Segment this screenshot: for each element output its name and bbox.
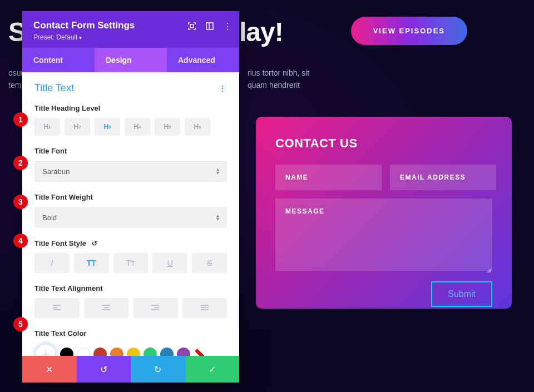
section-menu-icon[interactable]: ⋮ [219,84,227,93]
color-white[interactable] [77,348,90,356]
hero-title-right: lay! [239,17,283,47]
layout-icon[interactable] [206,22,214,30]
font-weight-select[interactable]: Bold ▴▾ [34,207,227,228]
tab-design[interactable]: Design [95,48,167,72]
body-text-right: rius tortor nibh, sit quam hendrerit [248,67,309,92]
section-title[interactable]: Title Text [34,82,74,94]
undo-button[interactable]: ↺ [77,356,131,383]
settings-panel: Contact Form Settings Preset: Default ⋮ … [22,11,239,383]
heading-h1[interactable]: H1 [34,118,60,136]
color-swatch-row [34,343,227,356]
select-arrows-icon: ▴▾ [216,168,219,175]
color-none[interactable] [194,348,207,356]
contact-form-preview: CONTACT US ◢ Submit [256,117,512,309]
cancel-button[interactable]: ✕ [22,356,77,383]
svg-rect-0 [190,24,194,28]
color-green[interactable] [144,348,157,356]
alignment-group [34,298,227,318]
color-current[interactable] [34,343,57,356]
reset-icon[interactable]: ↺ [92,240,97,247]
style-strikethrough[interactable]: S [192,253,227,273]
align-center[interactable] [84,298,129,318]
contact-title: CONTACT US [275,136,492,151]
heading-h2[interactable]: H2 [65,118,90,136]
tab-content[interactable]: Content [22,48,95,72]
font-style-group: I TT Tᴛ U S [34,253,227,273]
color-purple[interactable] [177,348,190,356]
color-blue[interactable] [160,348,174,356]
annotation-badge-5: 5 [13,317,28,331]
message-textarea[interactable] [275,199,492,271]
save-button[interactable]: ✓ [185,356,240,383]
style-uppercase[interactable]: TT [74,253,109,273]
view-episodes-button[interactable]: VIEW EPISODES [351,17,467,45]
more-menu-icon[interactable]: ⋮ [224,22,231,30]
panel-tabs: Content Design Advanced [22,48,239,72]
heading-level-label: Title Heading Level [34,104,227,112]
color-yellow[interactable] [127,348,140,356]
svg-rect-1 [206,23,213,29]
style-italic[interactable]: I [34,253,70,273]
text-color-label: Title Text Color [34,329,227,338]
annotation-badge-2: 2 [13,156,28,170]
email-input[interactable] [390,165,496,190]
annotation-badge-4: 4 [13,234,28,248]
font-label: Title Font [34,147,227,155]
submit-button[interactable]: Submit [431,281,492,307]
expand-icon[interactable] [188,22,196,30]
style-underline[interactable]: U [152,253,187,273]
color-black[interactable] [60,348,73,356]
annotation-badge-1: 1 [13,112,28,127]
align-left[interactable] [34,298,80,318]
font-select[interactable]: Sarabun ▴▾ [34,161,227,182]
heading-h3[interactable]: H3 [95,118,120,136]
resize-handle-icon[interactable]: ◢ [487,267,491,273]
panel-header: Contact Form Settings Preset: Default ⋮ [22,11,239,48]
style-smallcaps[interactable]: Tᴛ [113,253,149,273]
preset-dropdown[interactable]: Preset: Default [33,33,228,41]
align-right[interactable] [133,298,178,318]
font-weight-label: Title Font Weight [34,193,227,201]
tab-advanced[interactable]: Advanced [167,48,239,72]
color-red[interactable] [93,348,107,356]
heading-h5[interactable]: H5 [155,118,180,136]
name-input[interactable] [275,165,382,190]
color-orange[interactable] [110,348,123,356]
align-justify[interactable] [182,298,228,318]
heading-h6[interactable]: H6 [185,118,210,136]
alignment-label: Title Text Alignment [34,284,227,292]
redo-button[interactable]: ↻ [131,356,185,383]
select-arrows-icon: ▴▾ [216,214,219,221]
panel-footer: ✕ ↺ ↻ ✓ [22,356,239,383]
panel-body: Title Text ⋮ Title Heading Level H1 H2 H… [22,72,239,356]
heading-h4[interactable]: H4 [125,118,150,136]
annotation-badge-3: 3 [13,195,28,209]
heading-level-group: H1 H2 H3 H4 H5 H6 [34,118,227,136]
font-style-label: Title Font Style ↺ [34,239,227,247]
